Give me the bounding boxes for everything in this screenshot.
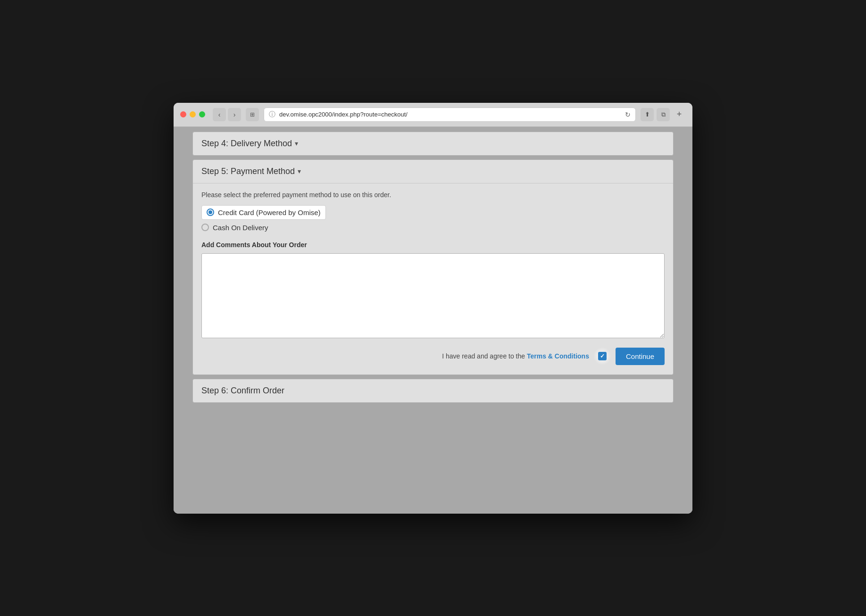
step4-header: Step 4: Delivery Method ▾ <box>193 132 673 155</box>
step6-title: Step 6: Confirm Order <box>201 386 284 395</box>
step5-header: Step 5: Payment Method ▾ <box>193 160 673 183</box>
checkout-container: Step 4: Delivery Method ▾ Step 5: Paymen… <box>174 127 692 416</box>
close-button[interactable] <box>180 111 186 117</box>
browser-window: ‹ › ⊞ ⓘ dev.omise.opc2000/index.php?rout… <box>174 103 692 514</box>
footer-row: I have read and agree to the Terms & Con… <box>201 348 665 365</box>
payment-options: Credit Card (Powered by Omise) Cash On D… <box>201 205 665 232</box>
step6-section: Step 6: Confirm Order <box>192 379 674 403</box>
reload-button[interactable]: ↻ <box>625 111 631 118</box>
terms-checkbox[interactable] <box>598 352 607 360</box>
terms-checkbox-wrapper <box>595 349 610 364</box>
step4-section: Step 4: Delivery Method ▾ <box>192 132 674 156</box>
browser-actions: ⬆ ⧉ + <box>641 108 686 121</box>
url-text[interactable]: dev.omise.opc2000/index.php?route=checko… <box>279 111 621 118</box>
back-button[interactable]: ‹ <box>213 108 226 121</box>
new-tab-button[interactable]: + <box>673 108 686 121</box>
share-button[interactable]: ⬆ <box>641 108 654 121</box>
cash-label: Cash On Delivery <box>213 224 268 232</box>
step5-title: Step 5: Payment Method <box>201 166 295 176</box>
credit-card-label: Credit Card (Powered by Omise) <box>218 208 321 216</box>
traffic-lights <box>180 111 205 117</box>
step5-section: Step 5: Payment Method ▾ Please select t… <box>192 159 674 375</box>
payment-option-cash[interactable]: Cash On Delivery <box>201 224 665 232</box>
payment-description: Please select the preferred payment meth… <box>201 191 665 199</box>
step4-title: Step 4: Delivery Method <box>201 139 292 149</box>
continue-button[interactable]: Continue <box>616 348 665 365</box>
radio-cash[interactable] <box>201 224 209 231</box>
minimize-button[interactable] <box>190 111 196 117</box>
comments-label: Add Comments About Your Order <box>201 241 665 249</box>
browser-content: Step 4: Delivery Method ▾ Step 5: Paymen… <box>174 127 692 514</box>
sidebar-button[interactable]: ⊞ <box>246 108 259 121</box>
radio-credit-card[interactable] <box>207 208 214 216</box>
terms-conditions-link[interactable]: Terms & Conditions <box>527 352 589 360</box>
address-bar: ⓘ dev.omise.opc2000/index.php?route=chec… <box>264 108 636 122</box>
comments-textarea[interactable] <box>201 253 665 338</box>
browser-chrome: ‹ › ⊞ ⓘ dev.omise.opc2000/index.php?rout… <box>174 103 692 127</box>
step5-body: Please select the preferred payment meth… <box>193 183 673 375</box>
info-icon: ⓘ <box>269 110 275 119</box>
step4-dropdown-arrow[interactable]: ▾ <box>295 140 298 147</box>
forward-button[interactable]: › <box>228 108 241 121</box>
step5-dropdown-arrow[interactable]: ▾ <box>298 167 301 175</box>
terms-text: I have read and agree to the Terms & Con… <box>442 352 589 360</box>
nav-buttons: ‹ › <box>213 108 241 121</box>
fullscreen-button[interactable] <box>199 111 205 117</box>
payment-option-credit-card[interactable]: Credit Card (Powered by Omise) <box>201 205 326 220</box>
duplicate-button[interactable]: ⧉ <box>657 108 670 121</box>
step6-header: Step 6: Confirm Order <box>193 379 673 402</box>
